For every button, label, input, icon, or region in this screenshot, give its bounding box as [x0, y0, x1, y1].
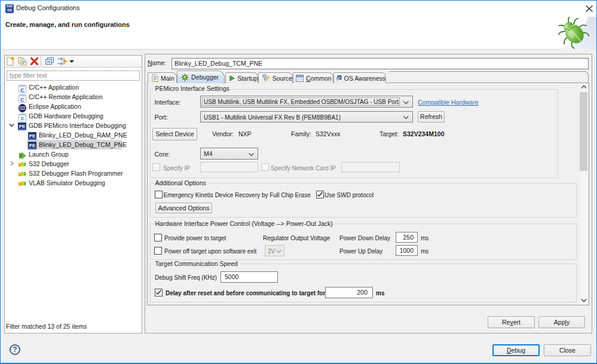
svg-text:C: C: [20, 96, 25, 103]
svg-text:c: c: [21, 115, 24, 121]
svg-text:PE: PE: [19, 124, 26, 129]
svg-text:PE: PE: [29, 133, 36, 139]
svg-text:C: C: [20, 87, 25, 93]
svg-text:PE: PE: [29, 143, 36, 148]
